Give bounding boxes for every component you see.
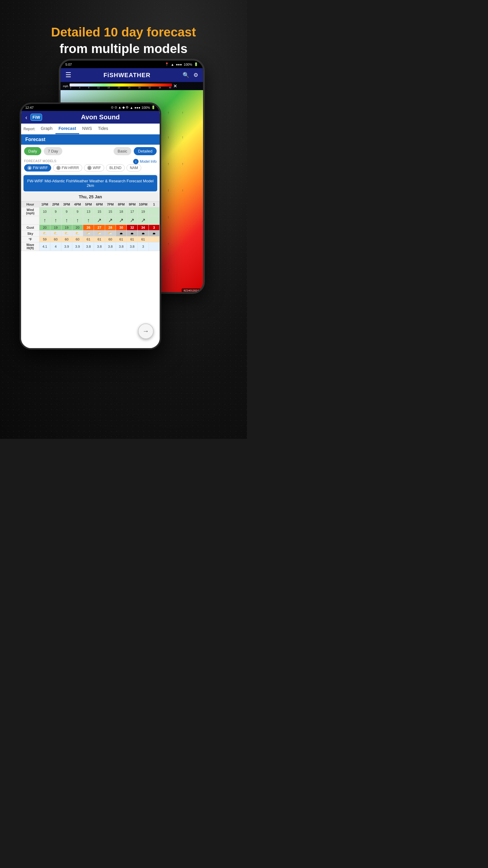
close-icon[interactable]: ✕ xyxy=(173,83,177,89)
temp-9pm: 61 xyxy=(127,237,138,242)
wave-4pm: 3.9 xyxy=(72,242,83,251)
gust-9pm: 32 xyxy=(127,225,138,230)
wind-1pm: 10 xyxy=(39,207,50,216)
model-chip-nam[interactable]: NAM xyxy=(127,164,141,172)
model-description-box: FW-WRF Mid-Atlantic FishWeather Weather … xyxy=(24,175,157,191)
temp-row: °F 59 60 60 60 61 61 60 61 61 61 xyxy=(22,237,160,242)
back-phone-wifi: ▲ xyxy=(171,63,174,66)
report-label: Report: xyxy=(21,125,38,133)
wind-3pm: 9 xyxy=(61,207,72,216)
tabs-row: Report: Graph Forecast NWS Tides xyxy=(21,124,160,134)
chip-dot: ◎ xyxy=(56,166,61,170)
gust-label: Gust xyxy=(22,225,39,230)
gust-next: 3 xyxy=(149,225,159,230)
arrow-10pm: ↗ xyxy=(138,216,149,225)
temp-6pm: 61 xyxy=(94,237,105,242)
sky-label: Sky xyxy=(22,230,39,237)
tab-graph[interactable]: Graph xyxy=(38,124,56,134)
detailed-button[interactable]: Detailed xyxy=(134,147,157,155)
tab-forecast[interactable]: Forecast xyxy=(56,124,79,134)
model-info-button[interactable]: i Model Info xyxy=(133,159,157,164)
hour-column-label: Hour xyxy=(22,202,39,207)
back-phone-search-icon[interactable]: 🔍 xyxy=(183,72,189,79)
wind-4pm: 9 xyxy=(72,207,83,216)
wind-arrows-row: ↑ ↑ ↑ ↑ ↑ ↗ ↗ ↗ ↗ ↗ xyxy=(22,216,160,225)
front-phone-battery: 100% xyxy=(141,106,150,110)
wind-8pm: 18 xyxy=(116,207,127,216)
gust-1pm: 20 xyxy=(39,225,50,230)
back-phone-header: ☰ FiSHWEATHER 🔍 ⚙ xyxy=(61,68,203,82)
temp-5pm: 61 xyxy=(83,237,94,242)
wave-label: WaveHt(ft) xyxy=(22,242,39,251)
wind-scale: mph 0481216202428323640 ✕ xyxy=(61,82,203,90)
back-phone-location-icon: 📍 xyxy=(165,62,169,66)
wave-1pm: 4.1 xyxy=(39,242,50,251)
back-phone-battery-icon: 🔋 xyxy=(194,62,198,66)
gust-8pm: 30 xyxy=(116,225,127,230)
sky-next: 🌧 xyxy=(149,230,159,237)
gust-row: Gust 20 19 19 20 26 27 28 30 32 34 3 xyxy=(22,225,160,230)
basic-button[interactable]: Basic xyxy=(113,147,132,155)
model-chip-fw-wrf[interactable]: ◉ FW-WRF xyxy=(24,164,51,172)
hour-next: 1 xyxy=(149,202,159,207)
front-phone: 12:47 ⊙ ⊙ ▲ ◆ ⚙ ▲ ●●● 100% 🔋 ‹ FiW Avon … xyxy=(20,102,161,350)
wave-9pm: 3.8 xyxy=(127,242,138,251)
wind-values-row: Wind(mph) 10 9 9 9 13 15 15 18 17 19 xyxy=(22,207,160,216)
controls-row: Daily 7 Day Basic Detailed xyxy=(21,145,160,158)
temp-1pm: 59 xyxy=(39,237,50,242)
wind-10pm: 19 xyxy=(138,207,149,216)
back-button[interactable]: ‹ xyxy=(25,114,27,121)
forecast-table-container[interactable]: Thu, 25 Jan Hour 1PM 2PM 3PM 4PM 5PM 6PM… xyxy=(21,193,160,348)
sky-7pm: ⛅ xyxy=(105,230,116,237)
wave-2pm: 4 xyxy=(50,242,61,251)
sky-3pm: ⛅ xyxy=(61,230,72,237)
arrow-5pm: ↑ xyxy=(83,216,94,225)
map-timestamp: 8Z24012024 xyxy=(182,288,201,292)
wave-10pm: 3 xyxy=(138,242,149,251)
model-chips-row: ◉ FW-WRF ◎ FW-HRRR ◎ WRF BLEND NAM xyxy=(24,164,157,172)
tab-nws[interactable]: NWS xyxy=(79,124,95,134)
next-button[interactable]: → xyxy=(138,323,154,339)
model-chip-wrf[interactable]: ◎ WRF xyxy=(84,164,104,172)
daily-button[interactable]: Daily xyxy=(24,147,41,155)
wind-next xyxy=(149,207,159,216)
arrow-2pm: ↑ xyxy=(50,216,61,225)
hour-7pm: 7PM xyxy=(105,202,116,207)
hour-4pm: 4PM xyxy=(72,202,83,207)
hour-3pm: 3PM xyxy=(61,202,72,207)
sky-6pm: ⛅ xyxy=(94,230,105,237)
chip-dot: ◉ xyxy=(27,166,32,170)
arrow-8pm: ↗ xyxy=(116,216,127,225)
sky-4pm: ⛅ xyxy=(72,230,83,237)
wind-9pm: 17 xyxy=(127,207,138,216)
wind-arrow-label xyxy=(22,216,39,225)
tab-tides[interactable]: Tides xyxy=(95,124,111,134)
7day-button[interactable]: 7 Day xyxy=(44,147,62,155)
sky-1pm: ⛅ xyxy=(39,230,50,237)
temp-next xyxy=(149,237,159,242)
wind-label: Wind(mph) xyxy=(22,207,39,216)
arrow-right-icon: → xyxy=(142,327,149,335)
model-chip-fw-hrrr[interactable]: ◎ FW-HRRR xyxy=(53,164,82,172)
temp-2pm: 60 xyxy=(50,237,61,242)
back-phone-menu-icon[interactable]: ☰ xyxy=(65,71,71,79)
wind-2pm: 9 xyxy=(50,207,61,216)
wind-5pm: 13 xyxy=(83,207,94,216)
temp-label: °F xyxy=(22,237,39,242)
gust-10pm: 34 xyxy=(138,225,149,230)
wave-8pm: 3.8 xyxy=(116,242,127,251)
front-phone-time: 12:47 xyxy=(25,106,34,110)
model-chip-blend[interactable]: BLEND xyxy=(106,164,125,172)
sky-10pm: 🌧 xyxy=(138,230,149,237)
hour-8pm: 8PM xyxy=(116,202,127,207)
back-phone-settings-icon[interactable]: ⚙ xyxy=(193,72,198,79)
info-icon: i xyxy=(133,159,138,164)
sky-2pm: ⛅ xyxy=(50,230,61,237)
wave-6pm: 3.8 xyxy=(94,242,105,251)
back-phone-time: 5:07 xyxy=(65,63,72,66)
temp-4pm: 60 xyxy=(72,237,83,242)
sky-8pm: 🌧 xyxy=(116,230,127,237)
notification-icons: ⊙ ⊙ ▲ ◆ ⚙ xyxy=(111,105,129,110)
hero-highlight: 10 day forecast xyxy=(104,25,196,39)
hour-10pm: 10PM xyxy=(138,202,149,207)
